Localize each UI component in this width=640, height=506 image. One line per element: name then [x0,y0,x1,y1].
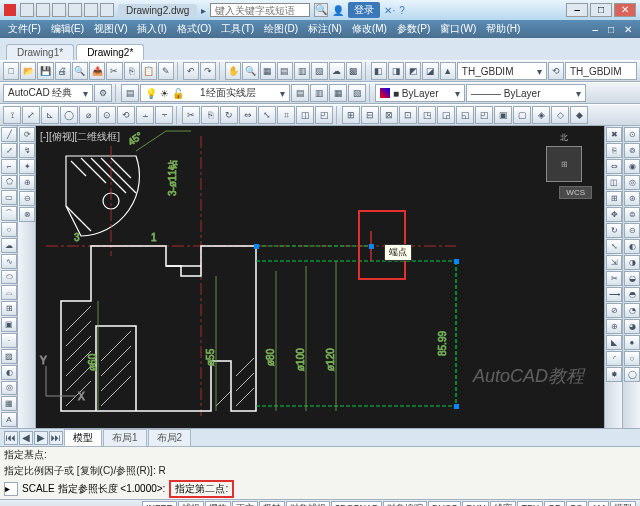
tb-v9-icon[interactable]: ▣ [494,106,512,124]
tb-pan-icon[interactable]: ✋ [225,62,241,80]
viewcube[interactable]: 北 ⊞ 南 [534,134,594,194]
maximize-icon[interactable]: □ [590,3,612,17]
child-max-icon[interactable]: □ [604,24,618,35]
layer-combo[interactable]: 💡 ☀ 🔓 1经面实线层 ▾ [140,84,290,102]
ellipse-icon[interactable]: ⬭ [1,270,17,285]
dropdown-icon[interactable]: ▸ [201,5,206,16]
tb-m8-icon[interactable]: ◰ [315,106,333,124]
tb-new-icon[interactable]: □ [3,62,19,80]
tb-preview-icon[interactable]: 🔍 [72,62,88,80]
tb-v7-icon[interactable]: ◱ [456,106,474,124]
tb-v13-icon[interactable]: ◆ [570,106,588,124]
tb-match-icon[interactable]: ✎ [158,62,174,80]
tb-layprop-icon[interactable]: ▤ [121,84,139,102]
tb-calc-icon[interactable]: ▩ [346,62,362,80]
tb-v5-icon[interactable]: ◳ [418,106,436,124]
spline-icon[interactable]: ∿ [1,254,17,269]
sb-grid[interactable]: 栅格 [205,501,231,506]
erase-icon[interactable]: ✖ [606,127,622,142]
ellarc-icon[interactable]: ⌓ [1,285,17,300]
tb-lay4-icon[interactable]: ▧ [348,84,366,102]
sb-dyn[interactable]: DYN [462,501,489,506]
tb-m6-icon[interactable]: ⌗ [277,106,295,124]
tb-v3-icon[interactable]: ⊠ [380,106,398,124]
tb-paste-icon[interactable]: 📋 [141,62,157,80]
sb-polar[interactable]: 极轴 [259,501,285,506]
tb-v12-icon[interactable]: ◇ [551,106,569,124]
rt2-14-icon[interactable]: ● [624,335,640,350]
copy-icon[interactable]: ⎘ [606,143,622,158]
help-icon[interactable]: ? [399,5,405,16]
menu-insert[interactable]: 插入(I) [133,22,170,36]
lt2-6-icon[interactable]: ⊗ [19,207,35,222]
drawing-canvas[interactable]: 45° 3-ø11钻 3 1 ø60 ø55 ø80 ø100 ø120 85.… [36,126,604,428]
move-icon[interactable]: ✥ [606,207,622,222]
sb-sc[interactable]: SC [566,501,587,506]
tb-m7-icon[interactable]: ◫ [296,106,314,124]
color-combo[interactable]: ■ ByLayer▾ [375,84,465,102]
menu-tools[interactable]: 工具(T) [217,22,258,36]
rt2-8-icon[interactable]: ◐ [624,239,640,254]
tb-publish-icon[interactable]: 📤 [89,62,105,80]
tb-d6-icon[interactable]: ⊙ [98,106,116,124]
tb-lay1-icon[interactable]: ▤ [291,84,309,102]
circle-icon[interactable]: ○ [1,222,17,237]
rt2-1-icon[interactable]: ⊙ [624,127,640,142]
trim-icon[interactable]: ✂ [606,271,622,286]
tb-m5-icon[interactable]: ⤡ [258,106,276,124]
lt2-3-icon[interactable]: ✦ [19,159,35,174]
menu-param[interactable]: 参数(P) [393,22,434,36]
xline-icon[interactable]: ⤢ [1,143,17,158]
pline-icon[interactable]: ⌐ [1,159,17,174]
rt2-6-icon[interactable]: ⊜ [624,207,640,222]
menu-dim[interactable]: 标注(N) [304,22,346,36]
rt2-4-icon[interactable]: ◎ [624,175,640,190]
tb-lay3-icon[interactable]: ▦ [329,84,347,102]
chamfer-icon[interactable]: ◣ [606,335,622,350]
qa-redo-icon[interactable] [84,3,98,17]
rt2-5-icon[interactable]: ⊛ [624,191,640,206]
linetype-combo[interactable]: ——— ByLayer▾ [466,84,586,102]
revcloud-icon[interactable]: ☁ [1,238,17,253]
rt2-13-icon[interactable]: ◕ [624,319,640,334]
qa-open-icon[interactable] [36,3,50,17]
tb-m4-icon[interactable]: ⇔ [239,106,257,124]
lt2-5-icon[interactable]: ⊖ [19,191,35,206]
tb-zoom-icon[interactable]: 🔍 [242,62,258,80]
sb-am[interactable]: AM [588,501,610,506]
tb-props-icon[interactable]: ▦ [260,62,276,80]
exchange-icon[interactable]: ✕· [384,5,395,16]
block-icon[interactable]: ▣ [1,317,17,332]
tb-gen5-icon[interactable]: ▲ [440,62,456,80]
menu-view[interactable]: 视图(V) [90,22,131,36]
tb-dimup-icon[interactable]: ⟲ [548,62,564,80]
rect-icon[interactable]: ▭ [1,190,17,205]
region-icon[interactable]: ◎ [1,381,17,396]
tb-m1-icon[interactable]: ✂ [182,106,200,124]
lt-last-icon[interactable]: ⏭ [49,431,63,445]
workspace-combo[interactable]: AutoCAD 经典▾ [3,84,93,102]
minimize-icon[interactable]: ‒ [566,3,588,17]
rt2-9-icon[interactable]: ◑ [624,255,640,270]
lt2-2-icon[interactable]: ↯ [19,143,35,158]
layout-2[interactable]: 布局2 [148,429,192,447]
tb-gen4-icon[interactable]: ◪ [422,62,438,80]
line-icon[interactable]: ╱ [1,127,17,142]
login-button[interactable]: 登录 [348,2,380,18]
sb-otrack[interactable]: 对象追踪 [383,501,427,506]
tb-undo-icon[interactable]: ↶ [183,62,199,80]
menu-modify[interactable]: 修改(M) [348,22,391,36]
tb-lay2-icon[interactable]: ▥ [310,84,328,102]
tb-gen1-icon[interactable]: ◧ [371,62,387,80]
sb-lwt[interactable]: 线宽 [490,501,516,506]
menu-help[interactable]: 帮助(H) [482,22,524,36]
table-icon[interactable]: ▦ [1,396,17,411]
tb-v10-icon[interactable]: ▢ [513,106,531,124]
tb-d8-icon[interactable]: ⫠ [136,106,154,124]
tb-d9-icon[interactable]: ⫟ [155,106,173,124]
search-input[interactable] [210,3,310,17]
dimstyle-combo-2[interactable]: TH_GBDIM [565,62,637,80]
tb-m2-icon[interactable]: ⎘ [201,106,219,124]
tb-v8-icon[interactable]: ◰ [475,106,493,124]
mirror-icon[interactable]: ⇔ [606,159,622,174]
